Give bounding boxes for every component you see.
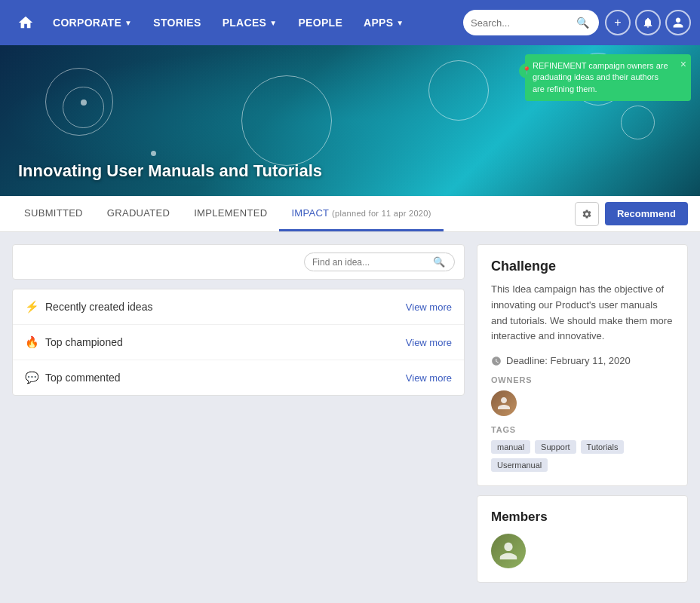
tabs-bar: SUBMITTED GRADUATED IMPLEMENTED IMPACT (… (0, 196, 700, 232)
tags-row: manual Support Tutorials Usermanual (491, 440, 674, 472)
nav-item-stories[interactable]: STORIES (143, 0, 211, 45)
list-item: 🔥 Top championed View more (13, 325, 464, 360)
search-icon: 🔍 (433, 256, 445, 268)
view-more-top-commented[interactable]: View more (406, 372, 452, 384)
chevron-down-icon: ▼ (396, 19, 404, 27)
nav-item-people[interactable]: PEOPLE (287, 0, 353, 45)
settings-button[interactable] (575, 202, 599, 226)
tab-graduated[interactable]: GRADUATED (95, 197, 182, 231)
challenge-card: Challenge This Idea campaign has the obj… (477, 244, 688, 486)
hero-notification: 📍 REFINEMENT campaign owners are graduat… (525, 54, 691, 101)
tag-tutorials: Tutorials (581, 440, 625, 454)
clock-icon (491, 356, 502, 366)
close-notification-button[interactable]: × (680, 57, 686, 72)
challenge-title: Challenge (491, 259, 674, 274)
pin-icon: 📍 (519, 63, 534, 78)
members-card: Members (477, 495, 688, 583)
tab-submitted[interactable]: SUBMITTED (12, 197, 95, 231)
deadline-text: Deadline: February 11, 2020 (506, 355, 631, 366)
search-icon: 🔍 (576, 17, 589, 29)
search-input[interactable] (471, 17, 576, 29)
view-more-recently-created[interactable]: View more (406, 302, 452, 313)
notification-button[interactable] (635, 10, 661, 35)
list-item: ⚡ Recently created ideas View more (13, 289, 464, 325)
chevron-down-icon: ▼ (124, 19, 132, 27)
list-item: 💬 Top commented View more (13, 360, 464, 395)
comment-icon: 💬 (25, 371, 39, 384)
tag-manual: manual (491, 440, 530, 454)
nav-action-icons: + (605, 10, 691, 35)
fire-icon: 🔥 (25, 335, 39, 349)
recommend-button[interactable]: Recommend (605, 202, 688, 225)
idea-search: 🔍 (304, 253, 455, 271)
search-box: 🔍 (463, 10, 599, 35)
chevron-down-icon: ▼ (269, 19, 277, 27)
nav-items: CORPORATE ▼ STORIES PLACES ▼ PEOPLE APPS… (42, 0, 463, 45)
idea-search-input[interactable] (312, 257, 433, 268)
owners-label: OWNERS (491, 375, 674, 384)
hero-banner: Innovating User Manuals and Tutorials 📍 … (0, 45, 700, 196)
tag-support: Support (535, 440, 576, 454)
members-title: Members (491, 510, 674, 525)
owner-avatar[interactable] (491, 390, 517, 416)
member-avatar[interactable] (491, 534, 526, 568)
navigation: CORPORATE ▼ STORIES PLACES ▼ PEOPLE APPS… (0, 0, 700, 45)
add-button[interactable]: + (605, 10, 631, 35)
idea-search-box: 🔍 (12, 244, 465, 280)
nav-item-apps[interactable]: APPS ▼ (353, 0, 415, 45)
tab-impact[interactable]: IMPACT (planned for 11 apr 2020) (279, 197, 443, 231)
nav-item-corporate[interactable]: CORPORATE ▼ (42, 0, 143, 45)
view-more-top-championed[interactable]: View more (406, 337, 452, 348)
user-profile-button[interactable] (665, 10, 691, 35)
right-panel: Challenge This Idea campaign has the obj… (477, 244, 688, 583)
left-panel: 🔍 ⚡ Recently created ideas View more 🔥 T… (12, 244, 465, 583)
challenge-description: This Idea campaign has the objective of … (491, 282, 674, 344)
tag-usermanual: Usermanual (491, 458, 548, 472)
tags-label: TAGS (491, 425, 674, 434)
tab-implemented[interactable]: IMPLEMENTED (182, 197, 279, 231)
bolt-icon: ⚡ (25, 300, 39, 314)
nav-item-places[interactable]: PLACES ▼ (212, 0, 288, 45)
tabs-actions: Recommend (575, 202, 688, 226)
hero-title: Innovating User Manuals and Tutorials (18, 161, 322, 181)
home-button[interactable] (9, 6, 42, 39)
sections-list: ⚡ Recently created ideas View more 🔥 Top… (12, 289, 465, 396)
main-content: 🔍 ⚡ Recently created ideas View more 🔥 T… (0, 232, 700, 595)
deadline-row: Deadline: February 11, 2020 (491, 355, 674, 366)
